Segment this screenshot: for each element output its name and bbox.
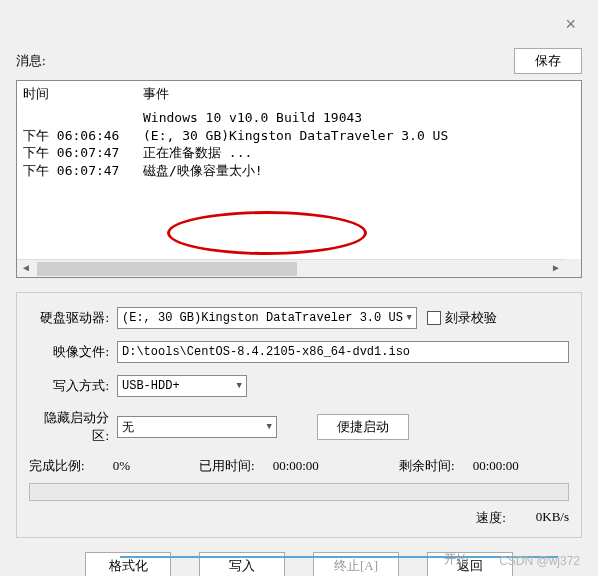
log-time: 下午 06:07:47 [23, 162, 143, 180]
write-mode-label: 写入方式: [29, 377, 117, 395]
log-row: 下午 06:07:47 磁盘/映像容量太小! [23, 162, 575, 180]
chevron-down-icon: ▼ [407, 313, 412, 323]
start-hint: 开始 [444, 551, 468, 568]
verify-checkbox[interactable] [427, 311, 441, 325]
chevron-down-icon: ▼ [237, 381, 242, 391]
progress-bar [29, 483, 569, 501]
form-panel: 硬盘驱动器: (E:, 30 GB)Kingston DataTraveler … [16, 292, 582, 538]
chevron-down-icon: ▼ [267, 422, 272, 432]
save-button[interactable]: 保存 [514, 48, 582, 74]
log-row: 下午 06:06:46 (E:, 30 GB)Kingston DataTrav… [23, 127, 575, 145]
elapsed-label: 已用时间: [199, 457, 255, 475]
drive-row: 硬盘驱动器: (E:, 30 GB)Kingston DataTraveler … [29, 307, 569, 329]
close-icon[interactable]: × [565, 14, 576, 35]
log-event: 正在准备数据 ... [143, 144, 575, 162]
log-row: Windows 10 v10.0 Build 19043 [23, 109, 575, 127]
log-header: 时间 事件 [17, 81, 581, 107]
image-file-value: D:\tools\CentOS-8.4.2105-x86_64-dvd1.iso [122, 345, 410, 359]
hidden-boot-row: 隐藏启动分区: 无 ▼ 便捷启动 [29, 409, 569, 445]
watermark: CSDN @wj372 [499, 554, 580, 568]
write-mode-row: 写入方式: USB-HDD+ ▼ [29, 375, 569, 397]
log-time [23, 109, 143, 127]
speed-row: 速度: 0KB/s [29, 509, 569, 527]
elapsed-value: 00:00:00 [273, 458, 319, 474]
log-event: 磁盘/映像容量太小! [143, 162, 575, 180]
top-bar: 消息: 保存 [16, 48, 582, 74]
hidden-boot-label: 隐藏启动分区: [29, 409, 117, 445]
footer-divider [120, 556, 558, 572]
image-label: 映像文件: [29, 343, 117, 361]
drive-label: 硬盘驱动器: [29, 309, 117, 327]
scrollbar-thumb[interactable] [37, 262, 297, 276]
complete-value: 0% [113, 458, 130, 474]
stats-row: 完成比例: 0% 已用时间: 00:00:00 剩余时间: 00:00:00 [29, 457, 569, 475]
log-header-event[interactable]: 事件 [137, 81, 175, 107]
scrollbar-corner [565, 259, 581, 277]
write-mode-value: USB-HDD+ [122, 379, 180, 393]
drive-value: (E:, 30 GB)Kingston DataTraveler 3.0 US [122, 311, 403, 325]
log-body: Windows 10 v10.0 Build 19043 下午 06:06:46… [17, 107, 581, 181]
speed-label: 速度: [476, 509, 506, 527]
horizontal-scrollbar[interactable]: ◄ ► [17, 259, 565, 277]
log-panel: 时间 事件 Windows 10 v10.0 Build 19043 下午 06… [16, 80, 582, 278]
log-time: 下午 06:06:46 [23, 127, 143, 145]
log-event: Windows 10 v10.0 Build 19043 [143, 109, 575, 127]
verify-label: 刻录校验 [445, 309, 497, 327]
verify-checkbox-wrap[interactable]: 刻录校验 [427, 309, 497, 327]
highlight-ellipse [167, 211, 367, 255]
speed-value: 0KB/s [536, 509, 569, 527]
scroll-right-icon[interactable]: ► [547, 260, 565, 278]
quick-boot-button[interactable]: 便捷启动 [317, 414, 409, 440]
complete-label: 完成比例: [29, 457, 85, 475]
hidden-boot-value: 无 [122, 419, 134, 436]
drive-dropdown[interactable]: (E:, 30 GB)Kingston DataTraveler 3.0 US … [117, 307, 417, 329]
scroll-left-icon[interactable]: ◄ [17, 260, 35, 278]
log-time: 下午 06:07:47 [23, 144, 143, 162]
image-file-input[interactable]: D:\tools\CentOS-8.4.2105-x86_64-dvd1.iso [117, 341, 569, 363]
log-row: 下午 06:07:47 正在准备数据 ... [23, 144, 575, 162]
write-mode-dropdown[interactable]: USB-HDD+ ▼ [117, 375, 247, 397]
image-row: 映像文件: D:\tools\CentOS-8.4.2105-x86_64-dv… [29, 341, 569, 363]
log-event: (E:, 30 GB)Kingston DataTraveler 3.0 US [143, 127, 575, 145]
remaining-value: 00:00:00 [473, 458, 519, 474]
main-container: 消息: 保存 时间 事件 Windows 10 v10.0 Build 1904… [0, 0, 598, 576]
message-label: 消息: [16, 52, 46, 70]
log-header-time[interactable]: 时间 [17, 81, 137, 107]
remaining-label: 剩余时间: [399, 457, 455, 475]
hidden-boot-dropdown[interactable]: 无 ▼ [117, 416, 277, 438]
